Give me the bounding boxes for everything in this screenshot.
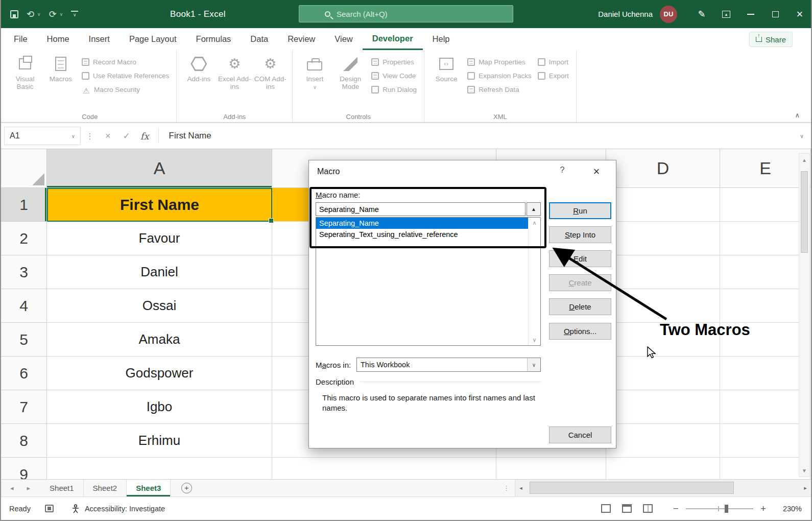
tab-scroll-splitter[interactable]: ⋮ [503, 480, 515, 496]
zoom-slider[interactable] [686, 508, 753, 509]
tab-help[interactable]: Help [423, 28, 460, 50]
hscroll-left-icon[interactable]: ◂ [515, 485, 527, 491]
undo-dropdown-icon[interactable]: ∨ [37, 12, 41, 17]
ribbon-display-options-button[interactable]: ▴ [714, 0, 738, 28]
tab-insert[interactable]: Insert [79, 28, 120, 50]
redo-icon[interactable]: ⟳ [49, 10, 57, 19]
user-name[interactable]: Daniel Uchenna [598, 10, 653, 18]
save-icon[interactable] [10, 10, 18, 18]
macros-button[interactable]: Macros [44, 53, 78, 83]
macros-in-dropdown[interactable]: This Workbook ∨ [356, 358, 541, 372]
page-break-view-icon[interactable] [643, 504, 653, 513]
collapse-ribbon-icon[interactable]: ∧ [795, 111, 800, 119]
row-header-6[interactable]: 6 [1, 357, 47, 390]
undo-icon[interactable]: ⟲ [27, 10, 34, 19]
options-button[interactable]: Options... [549, 323, 611, 340]
row-header-4[interactable]: 4 [1, 289, 47, 323]
formula-bar-value[interactable]: First Name [162, 131, 211, 141]
row-header-8[interactable]: 8 [1, 424, 47, 458]
page-layout-view-icon[interactable] [622, 504, 632, 513]
column-header-d[interactable]: D [606, 149, 720, 188]
tab-data[interactable]: Data [241, 28, 278, 50]
row-header-1[interactable]: 1 [1, 188, 47, 222]
cell-a8[interactable]: Erhimu [47, 424, 272, 458]
new-sheet-button[interactable]: + [178, 480, 195, 496]
sheet-tab-sheet1[interactable]: Sheet1 [40, 480, 84, 496]
list-scroll-down-icon[interactable]: ∨ [532, 337, 536, 343]
properties-button[interactable]: Properties [369, 55, 419, 69]
name-box-dropdown-icon[interactable]: ∨ [71, 133, 75, 139]
column-header-e[interactable]: E [720, 149, 811, 188]
visual-basic-button[interactable]: Visual Basic [8, 53, 42, 90]
redo-dropdown-icon[interactable]: ∨ [60, 12, 63, 17]
insert-control-button[interactable]: Insert ∨ [298, 53, 331, 91]
scroll-up-icon[interactable]: ▲ [799, 154, 809, 166]
dialog-help-button[interactable]: ? [554, 165, 571, 179]
com-addins-button[interactable]: ⚙ COM Add-ins [253, 53, 287, 90]
close-button[interactable]: × [787, 0, 812, 28]
confirm-entry-icon[interactable]: ✓ [117, 131, 136, 141]
macro-security-button[interactable]: ⚠ Macro Security [80, 83, 171, 97]
zoom-level[interactable]: 230% [777, 505, 802, 513]
macro-list-scrollbar[interactable]: ∧ ∨ [528, 218, 540, 345]
share-button[interactable]: Share [749, 32, 793, 47]
select-all-corner[interactable] [1, 149, 47, 188]
dropdown-chevron-icon[interactable]: ∨ [527, 358, 540, 371]
tab-page-layout[interactable]: Page Layout [120, 28, 186, 50]
minimize-button[interactable] [738, 0, 763, 28]
edit-button[interactable]: Edit [549, 250, 611, 267]
sheet-tab-sheet3[interactable]: Sheet3 [127, 480, 171, 496]
tab-view[interactable]: View [325, 28, 362, 50]
horizontal-scrollbar[interactable]: ◂ ▸ [515, 480, 811, 496]
row-header-2[interactable]: 2 [1, 222, 47, 255]
vertical-scrollbar[interactable]: ▲ ▼ [799, 153, 810, 477]
cell-a6[interactable]: Godspower [47, 357, 272, 390]
dialog-close-button[interactable]: × [586, 163, 607, 180]
cell-a3[interactable]: Daniel [47, 255, 272, 289]
sheet-nav-prev-icon[interactable]: ◂ [10, 484, 14, 492]
expansion-packs-button[interactable]: Expansion Packs [465, 69, 534, 83]
horizontal-scroll-thumb[interactable] [530, 482, 734, 494]
customize-qat-icon[interactable]: ∨ [71, 11, 78, 17]
tab-file[interactable]: File [4, 28, 37, 50]
hscroll-right-icon[interactable]: ▸ [800, 485, 811, 491]
refresh-data-button[interactable]: Refresh Data [465, 83, 534, 97]
cancel-button[interactable]: Cancel [549, 427, 611, 443]
inking-button[interactable]: ✎ [689, 0, 714, 28]
addins-button[interactable]: Add-ins [182, 53, 216, 83]
tab-formulas[interactable]: Formulas [186, 28, 241, 50]
use-relative-references-button[interactable]: Use Relative References [80, 69, 171, 83]
macro-record-status-icon[interactable] [45, 505, 54, 512]
avatar[interactable]: DU [660, 6, 677, 23]
tab-home[interactable]: Home [37, 28, 79, 50]
macro-list[interactable]: Separating_Name Seperating_Text_using_re… [316, 217, 541, 346]
sheet-tab-sheet2[interactable]: Sheet2 [84, 480, 127, 496]
vertical-scroll-thumb[interactable] [801, 171, 808, 253]
tab-review[interactable]: Review [278, 28, 325, 50]
export-button[interactable]: Export [536, 69, 571, 83]
map-properties-button[interactable]: Map Properties [465, 55, 534, 69]
excel-addins-button[interactable]: ⚙ Excel Add-ins [218, 53, 251, 90]
macro-name-input[interactable] [316, 202, 526, 216]
column-header-a[interactable]: A [47, 149, 272, 188]
macro-list-item-selected[interactable]: Separating_Name [316, 218, 528, 229]
cancel-entry-icon[interactable]: × [99, 131, 117, 141]
sheet-nav-next-icon[interactable]: ▸ [27, 484, 31, 492]
view-code-button[interactable]: View Code [369, 69, 419, 83]
macro-list-item[interactable]: Seperating_Text_using_relative_reference [316, 229, 528, 240]
zoom-slider-thumb[interactable] [725, 505, 728, 513]
cell-a2[interactable]: Favour [47, 222, 272, 255]
accessibility-status[interactable]: Accessibility: Investigate [71, 504, 165, 513]
import-button[interactable]: Import [536, 55, 571, 69]
cell-a9[interactable] [47, 458, 272, 479]
run-dialog-button[interactable]: Run Dialog [369, 83, 419, 97]
list-scroll-up-icon[interactable]: ∧ [532, 220, 536, 226]
cell-a7[interactable]: Igbo [47, 390, 272, 424]
zoom-out-icon[interactable]: − [673, 503, 679, 514]
formula-bar-handle-icon[interactable]: ⋮ [81, 131, 99, 141]
cell-a5[interactable]: Amaka [47, 323, 272, 357]
macro-list-up-button[interactable]: ▲ [527, 202, 541, 216]
row-header-9[interactable]: 9 [1, 458, 47, 479]
search-box[interactable]: Search (Alt+Q) [299, 5, 513, 22]
insert-function-icon[interactable]: fx [136, 131, 155, 141]
